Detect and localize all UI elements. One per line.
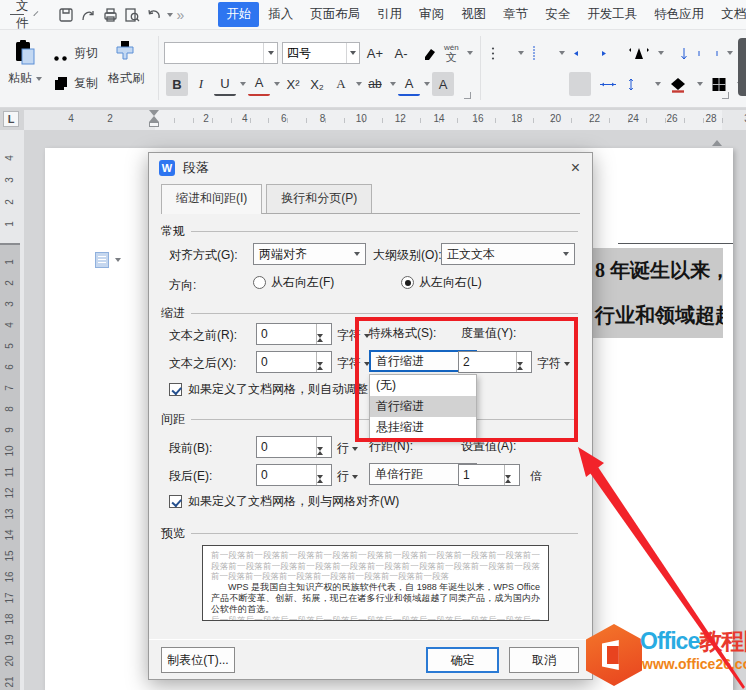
font-name-input[interactable] bbox=[165, 46, 263, 60]
paste-options-button[interactable] bbox=[95, 252, 121, 268]
ribbon-tab[interactable]: 章节 bbox=[495, 2, 536, 27]
align-left-button[interactable] bbox=[488, 72, 510, 96]
paste-dropdown-arrow[interactable] bbox=[36, 77, 42, 81]
distribute-button[interactable] bbox=[596, 72, 620, 96]
export-button[interactable] bbox=[79, 5, 97, 25]
print-preview-button[interactable] bbox=[123, 5, 141, 25]
line-spacing-button[interactable] bbox=[625, 72, 648, 96]
underline-button[interactable]: U bbox=[214, 72, 236, 96]
print-button[interactable] bbox=[101, 5, 119, 25]
strikethrough-button[interactable]: A bbox=[248, 72, 270, 96]
text-direction-button[interactable] bbox=[626, 41, 651, 65]
before-text-spinner[interactable]: 0 bbox=[256, 323, 332, 345]
tab-stops-button[interactable]: 制表位(T)... bbox=[161, 647, 235, 673]
highlight-dropdown-arrow[interactable] bbox=[390, 82, 396, 86]
line-spacing-dropdown-arrow[interactable] bbox=[655, 82, 661, 86]
side-panel-handle[interactable] bbox=[738, 38, 746, 96]
shading-dropdown-arrow[interactable] bbox=[697, 82, 703, 86]
selected-text-block[interactable]: 8 年诞生以来， 行业和领域超越 bbox=[593, 248, 723, 338]
bullet-list-dropdown-arrow[interactable] bbox=[518, 51, 524, 55]
clear-format-button[interactable] bbox=[416, 41, 438, 65]
ribbon-tab[interactable]: 插入 bbox=[260, 2, 301, 27]
font-name-dropdown-arrow[interactable] bbox=[263, 43, 277, 63]
file-menu[interactable]: 文件 bbox=[16, 0, 29, 32]
ribbon-tab[interactable]: 页面布局 bbox=[302, 2, 368, 27]
ribbon-tab[interactable]: 视图 bbox=[453, 2, 494, 27]
more-commands-button[interactable]: » bbox=[177, 7, 185, 23]
ribbon-tab[interactable]: 安全 bbox=[537, 2, 578, 27]
bold-button[interactable]: B bbox=[166, 72, 188, 96]
numbered-list-dropdown-arrow[interactable] bbox=[559, 51, 565, 55]
font-color-button[interactable]: A bbox=[398, 72, 420, 96]
highlight-button[interactable]: ab bbox=[364, 72, 386, 96]
space-before-unit-dropdown[interactable]: 行 bbox=[337, 440, 358, 457]
align-center-button[interactable] bbox=[515, 72, 537, 96]
ribbon-tab[interactable]: 特色应用 bbox=[646, 2, 712, 27]
grid-align-checkbox[interactable]: 如果定义了文档网格，则与网格对齐(W) bbox=[169, 493, 569, 510]
sort-button[interactable] bbox=[669, 41, 691, 65]
font-name-combo[interactable] bbox=[164, 42, 278, 64]
char-shading-button[interactable]: A bbox=[432, 72, 454, 96]
cancel-button[interactable]: 取消 bbox=[509, 647, 579, 673]
space-after-unit-dropdown[interactable]: 行 bbox=[337, 468, 358, 485]
after-text-spinner[interactable]: 0 bbox=[256, 351, 332, 373]
undo-button[interactable] bbox=[145, 5, 163, 25]
ribbon-tab[interactable]: 引用 bbox=[369, 2, 410, 27]
vertical-ruler[interactable]: 4321 123456789101112131415161718192021 bbox=[0, 130, 24, 690]
numbered-list-button[interactable] bbox=[529, 41, 552, 65]
save-button[interactable] bbox=[57, 5, 75, 25]
chevron-down-icon[interactable] bbox=[33, 11, 38, 16]
copy-button[interactable]: 复制 bbox=[52, 74, 98, 92]
subscript-button[interactable]: X₂ bbox=[306, 72, 328, 96]
paragraph-layout-button[interactable] bbox=[696, 41, 720, 65]
align-right-button[interactable] bbox=[542, 72, 564, 96]
pinyin-dropdown-arrow[interactable] bbox=[467, 51, 473, 55]
ok-button[interactable]: 确定 bbox=[426, 647, 499, 673]
paste-button[interactable]: 粘贴 bbox=[8, 38, 42, 87]
italic-button[interactable]: I bbox=[190, 72, 212, 96]
text-direction-dropdown-arrow[interactable] bbox=[658, 51, 664, 55]
format-painter-button[interactable]: 格式刷 bbox=[108, 38, 144, 87]
space-after-spinner[interactable]: 0 bbox=[256, 464, 332, 486]
rtl-radio[interactable]: 从右向左(F) bbox=[253, 274, 334, 291]
strikethrough-dropdown-arrow[interactable] bbox=[274, 82, 280, 86]
close-button[interactable]: × bbox=[571, 160, 580, 176]
underline-dropdown-arrow[interactable] bbox=[240, 82, 246, 86]
text-effects-button[interactable]: A bbox=[330, 72, 352, 96]
justify-button[interactable] bbox=[569, 72, 591, 96]
decrease-indent-button[interactable] bbox=[570, 41, 593, 65]
bullet-list-button[interactable] bbox=[488, 41, 511, 65]
ribbon-tab[interactable]: 开始 bbox=[218, 2, 259, 27]
font-size-dropdown-arrow[interactable] bbox=[346, 43, 359, 63]
outline-level-combo[interactable]: 正文文本 bbox=[441, 243, 575, 265]
font-group-launcher[interactable] bbox=[464, 92, 471, 99]
dialog-tab[interactable]: 换行和分页(P) bbox=[266, 184, 372, 213]
undo-dropdown-arrow[interactable] bbox=[167, 13, 173, 17]
pinyin-guide-button[interactable]: wén文 bbox=[442, 41, 461, 65]
decrease-font-button[interactable]: A- bbox=[390, 41, 412, 65]
set-value-spinner[interactable]: 1 bbox=[458, 464, 520, 486]
font-size-combo[interactable] bbox=[282, 42, 360, 64]
ribbon-tab[interactable]: 开发工具 bbox=[579, 2, 645, 27]
right-indent-marker[interactable] bbox=[712, 123, 722, 141]
paragraph-layout-dropdown-arrow[interactable] bbox=[727, 51, 733, 55]
ribbon-tab[interactable]: 审阅 bbox=[411, 2, 452, 27]
dialog-title-bar[interactable]: W 段落 × bbox=[149, 153, 592, 183]
tab-stop-selector[interactable]: L bbox=[3, 111, 19, 127]
font-size-input[interactable] bbox=[283, 46, 346, 60]
horizontal-ruler[interactable]: 4 2 24681012141618202224262830 bbox=[24, 110, 746, 130]
increase-indent-button[interactable] bbox=[598, 41, 621, 65]
paragraph-group-launcher[interactable] bbox=[722, 92, 729, 99]
dialog-tab[interactable]: 缩进和间距(I) bbox=[161, 184, 262, 214]
text-effects-dropdown-arrow[interactable] bbox=[356, 82, 362, 86]
align-combo[interactable]: 两端对齐 bbox=[253, 243, 366, 265]
auto-adjust-checkbox[interactable]: 如果定义了文档网格，则自动调整 bbox=[169, 381, 369, 398]
font-color-dropdown-arrow[interactable] bbox=[424, 82, 430, 86]
ltr-radio[interactable]: 从左向右(L) bbox=[401, 274, 482, 291]
cut-button[interactable]: 剪切 bbox=[52, 44, 98, 62]
shading-button[interactable] bbox=[666, 72, 690, 96]
superscript-button[interactable]: X² bbox=[282, 72, 304, 96]
increase-font-button[interactable]: A+ bbox=[364, 41, 386, 65]
ribbon-tab[interactable]: 文档助手 bbox=[713, 2, 746, 27]
space-before-spinner[interactable]: 0 bbox=[256, 436, 332, 458]
